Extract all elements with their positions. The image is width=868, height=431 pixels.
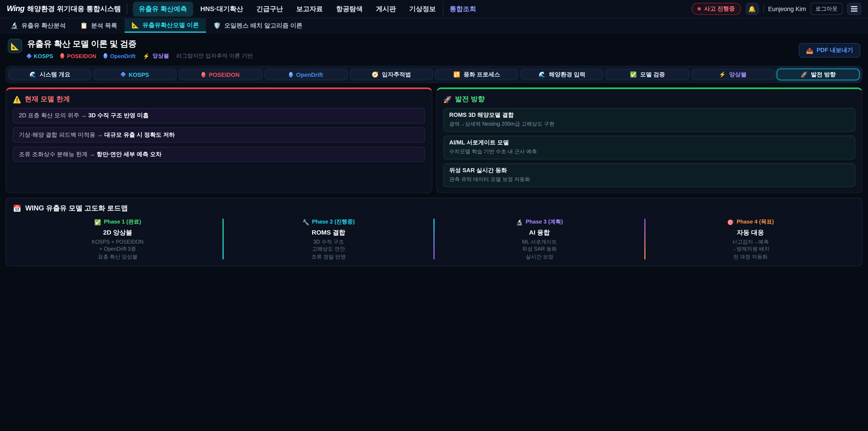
- section-chip-weathering-process[interactable]: 🔁 풍화 프로세스: [435, 69, 518, 80]
- future-title-text: 발전 방향: [455, 95, 485, 104]
- phase-name: AI 융합: [434, 228, 644, 237]
- limitation-text: 2D 표층 확산 모의 위주 →: [19, 112, 88, 118]
- current-limitations-panel: ⚠️ 현재 모델 한계 2D 표층 확산 모의 위주 → 3D 수직 구조 반영…: [5, 88, 432, 193]
- menu-item-board[interactable]: 게시판: [370, 1, 402, 16]
- tab-analysis-list[interactable]: 📋 분석 목록: [73, 18, 124, 33]
- phase-line: 위성 SAR 동화: [434, 247, 644, 252]
- sub-tabbar: 🔬 유출유 확산분석 📋 분석 목록 📐 유출유확산모델 이론 🛡️ 오일펜스 …: [0, 18, 868, 33]
- chip-label: OpenDrift: [296, 71, 323, 78]
- incident-status-badge[interactable]: 사고 진행중: [691, 3, 741, 15]
- app-root: Wing 해양환경 위기대응 통합시스템 유출유 확산예측 HNS·대기확산 긴…: [0, 0, 868, 431]
- limitation-text: 조류 조화상수 분해능 한계 →: [19, 151, 96, 157]
- phase-line: 사고감지→예측: [646, 239, 855, 245]
- hamburger-icon: [851, 6, 857, 7]
- future-item-desc: 수치모델 학습 기반 수초 내 근사 예측: [449, 148, 849, 155]
- phase-2-label: 🔧 Phase 2 (진행중): [223, 218, 433, 226]
- roadmap-panel: 📅 WING 유출유 모델 고도화 로드맵 ✅ Phase 1 (완료) 2D …: [5, 197, 862, 266]
- page-title: 유출유 확산 모델 이론 및 검증: [27, 39, 253, 49]
- menu-item-reports[interactable]: 보고자료: [290, 1, 329, 16]
- red-oval-icon: [60, 53, 64, 59]
- limitation-item: 2D 표층 확산 모의 위주 → 3D 수직 구조 반영 미흡: [13, 108, 425, 124]
- main-menu: 유출유 확산예측 HNS·대기확산 긴급구난 보고자료 항공탐색 게시판 기상정…: [133, 1, 483, 16]
- phase-line: 3D 수직 구조: [223, 239, 433, 245]
- app-logo[interactable]: Wing 해양환경 위기대응 통합시스템: [6, 4, 121, 14]
- phase-line: ML 서로게이트: [434, 239, 644, 245]
- tab-oil-spill-analysis[interactable]: 🔬 유출유 확산분석: [3, 18, 73, 33]
- lightning-icon: ⚡: [143, 53, 150, 59]
- section-chip-particle-tracking[interactable]: 🧭 입자추적법: [350, 69, 433, 80]
- future-item: 위성 SAR 실시간 동화 관측 유막 데이터 모델 보정 자동화: [443, 163, 855, 187]
- pdf-export-button[interactable]: 📤 PDF 내보내기: [799, 43, 860, 58]
- menu-item-integrated-search[interactable]: 통합조회: [443, 1, 483, 16]
- section-chip-future-direction[interactable]: 🚀 발전 방향: [776, 69, 860, 80]
- tab-label: 유출유 확산분석: [22, 21, 66, 30]
- pdf-export-label: PDF 내보내기: [816, 47, 853, 54]
- future-item-desc: 광역→상세역 Nesting 200m급 고해상도 구현: [449, 121, 849, 128]
- phase-label-text: Phase 1 (완료): [104, 218, 141, 226]
- blue-diamond-icon: [26, 53, 32, 59]
- tab-diffusion-model-theory[interactable]: 📐 유출유확산모델 이론: [124, 18, 206, 33]
- future-item: ROMS 3D 해양모델 결합 광역→상세역 Nesting 200m급 고해상…: [443, 108, 855, 132]
- limitation-bold: 대규모 유출 시 정확도 저하: [104, 131, 175, 137]
- target-icon: 🎯: [727, 219, 734, 225]
- bell-icon: 🔔: [748, 5, 756, 12]
- section-chip-system-overview[interactable]: 🌊 시스템 개요: [8, 69, 92, 80]
- future-item-title: AI/ML 서로게이트 모델: [449, 139, 849, 147]
- section-chip-ensemble[interactable]: ⚡ 앙상블: [691, 69, 774, 80]
- chip-label: POSEIDON: [209, 71, 240, 78]
- badge-label: 앙상블: [152, 52, 169, 60]
- blue-diamond-icon: [121, 72, 126, 77]
- roadmap-grid: ✅ Phase 1 (완료) 2D 앙상블 KOSPS + POSEIDON +…: [13, 218, 855, 260]
- tab-label: 유출유확산모델 이론: [143, 21, 199, 29]
- badge-ensemble: ⚡ 앙상블: [143, 52, 169, 60]
- phase-line: →방제자원 배치: [646, 247, 855, 252]
- blue-oval-icon: [289, 72, 293, 77]
- rocket-icon: 🚀: [801, 71, 808, 78]
- limitation-bold: 3D 수직 구조 반영 미흡: [88, 112, 149, 118]
- future-item: AI/ML 서로게이트 모델 수치모델 학습 기반 수초 내 근사 예측: [443, 135, 855, 159]
- menu-item-hns-atmospheric[interactable]: HNS·대기확산: [194, 1, 249, 16]
- warning-icon: ⚠️: [13, 95, 21, 103]
- wave-icon: 🌊: [29, 71, 36, 78]
- shield-icon: 🛡️: [213, 22, 221, 29]
- section-chip-poseidon[interactable]: POSEIDON: [179, 69, 262, 80]
- section-chip-opendrift[interactable]: OpenDrift: [265, 69, 348, 80]
- menu-item-oil-spill-prediction[interactable]: 유출유 확산예측: [133, 1, 193, 16]
- microscope-icon: 🔬: [516, 219, 523, 225]
- page-icon-box: 📐: [8, 39, 22, 53]
- export-icon: 📤: [806, 47, 813, 54]
- menu-item-weather-info[interactable]: 기상정보: [403, 1, 442, 16]
- wrench-icon: 🔧: [302, 219, 309, 225]
- limitations-title-text: 현재 모델 한계: [25, 95, 70, 104]
- phase-line: + OpenDrift 3종: [13, 247, 222, 252]
- menu-item-aerial-search[interactable]: 항공탐색: [330, 1, 369, 16]
- badge-label: KOSPS: [34, 53, 53, 59]
- chip-label: 풍화 프로세스: [464, 70, 500, 78]
- menu-item-emergency-rescue[interactable]: 긴급구난: [250, 1, 289, 16]
- phase-line: 고해상도 연안: [223, 247, 433, 252]
- alert-dot-icon: [698, 7, 701, 11]
- content-panels: ⚠️ 현재 모델 한계 2D 표층 확산 모의 위주 → 3D 수직 구조 반영…: [5, 88, 862, 193]
- roadmap-phase-1: ✅ Phase 1 (완료) 2D 앙상블 KOSPS + POSEIDON +…: [13, 218, 222, 260]
- phase-line: 실시간 보정: [434, 254, 644, 260]
- section-chip-kosps[interactable]: KOSPS: [94, 69, 177, 80]
- chip-label: 시스템 개요: [39, 70, 70, 78]
- logout-button[interactable]: 로그아웃: [810, 3, 842, 15]
- chip-label: 입자추적법: [382, 70, 411, 78]
- topnav-right: 사고 진행중 🔔 Eunjeong Kim 로그아웃: [691, 3, 862, 15]
- chip-label: 해양환경 입력: [549, 70, 585, 78]
- badge-kosps: KOSPS: [27, 53, 53, 59]
- phase-3-label: 🔬 Phase 3 (계획): [434, 218, 644, 226]
- badge-label: POSEIDON: [67, 53, 96, 59]
- notifications-button[interactable]: 🔔: [745, 3, 759, 15]
- tab-label: 분석 목록: [91, 21, 117, 30]
- hamburger-menu-button[interactable]: [847, 3, 862, 15]
- incident-status-label: 사고 진행중: [704, 5, 735, 13]
- chip-label: 발전 방향: [811, 70, 836, 78]
- limitation-text: 기상·해양 결합 피드백 미적용 →: [19, 131, 104, 137]
- section-chip-marine-env-input[interactable]: 🌊 해양환경 입력: [521, 69, 604, 80]
- tab-oil-boom-algorithm-theory[interactable]: 🛡️ 오일펜스 배치 알고리즘 이론: [206, 18, 310, 33]
- roadmap-title-text: WING 유출유 모델 고도화 로드맵: [25, 204, 128, 213]
- phase-label-text: Phase 4 (목표): [737, 218, 774, 226]
- section-chip-model-validation[interactable]: ✅ 모델 검증: [606, 69, 689, 80]
